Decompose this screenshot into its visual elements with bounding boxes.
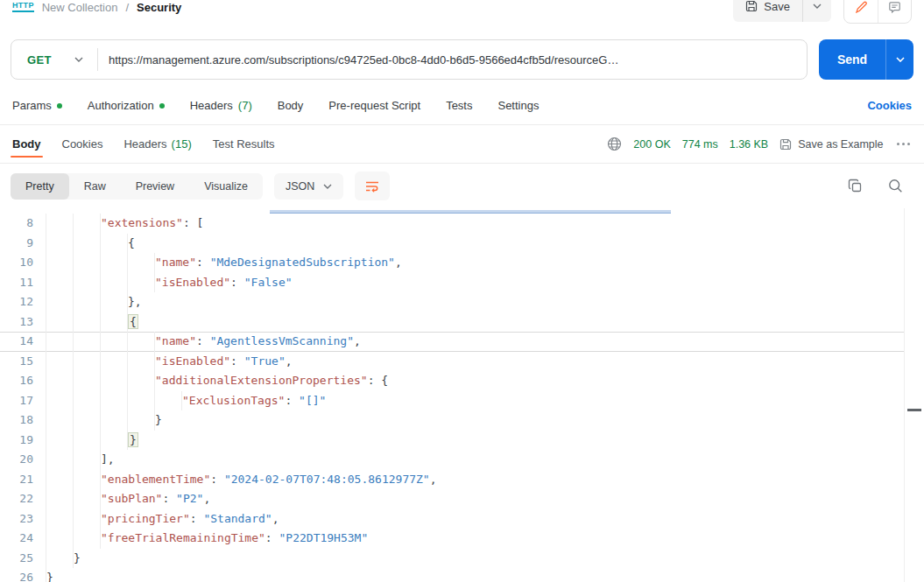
line-number: 8	[0, 214, 46, 234]
indent-guide	[46, 332, 74, 352]
code-line-row: 13{	[0, 312, 904, 333]
send-button[interactable]: Send	[819, 39, 885, 80]
indent-guide	[46, 391, 74, 411]
tab-authorization-label: Authorization	[88, 99, 154, 112]
indent-guide	[101, 292, 128, 312]
language-selector[interactable]: JSON	[274, 173, 343, 200]
response-bar: Body Cookies Headers (15) Test Results 2…	[0, 125, 924, 164]
indent-guide	[128, 391, 155, 411]
indent-guide	[74, 509, 101, 529]
tab-headers[interactable]: Headers (7)	[190, 99, 252, 112]
line-number: 9	[0, 234, 46, 254]
code-line-row: 18}	[0, 410, 904, 431]
line-number: 22	[0, 489, 46, 509]
more-options-button[interactable]	[895, 139, 913, 150]
indent-guide	[101, 431, 128, 451]
indent-guide	[128, 352, 155, 372]
url-box: GET https://management.azure.com/subscri…	[11, 39, 808, 80]
code-line-row: 20],	[0, 450, 904, 470]
indent-guide	[74, 470, 101, 490]
response-tab-cookies[interactable]: Cookies	[62, 125, 103, 163]
code-line-row: 15"isEnabled": "True",	[0, 352, 904, 372]
code-line-row: 26}	[0, 568, 904, 582]
indent-guide	[46, 470, 74, 490]
breadcrumb-request-name[interactable]: Security	[137, 1, 181, 14]
indent-guide	[74, 371, 101, 391]
tab-prerequest-script[interactable]: Pre-request Script	[328, 99, 420, 112]
edit-comment-group	[843, 0, 912, 24]
code-line-row: 25}	[0, 549, 904, 569]
view-preview-button[interactable]: Preview	[121, 173, 189, 200]
response-time[interactable]: 774 ms	[682, 138, 718, 151]
network-globe-icon[interactable]	[607, 137, 622, 151]
edit-request-button[interactable]	[844, 0, 878, 23]
view-mode-segmented-control: Pretty Raw Preview Visualize	[11, 173, 263, 200]
scrollbar-marker[interactable]	[907, 409, 921, 411]
view-raw-button[interactable]: Raw	[69, 173, 121, 200]
breadcrumb-collection[interactable]: New Collection	[42, 1, 118, 14]
send-options-button[interactable]	[885, 39, 913, 80]
indent-guide	[74, 273, 101, 293]
indent-guide	[101, 410, 128, 431]
header-actions: Save	[733, 0, 912, 24]
line-number: 10	[0, 253, 46, 273]
wrap-lines-button[interactable]	[355, 172, 390, 200]
line-number: 21	[0, 470, 46, 490]
indent-guide	[74, 234, 101, 254]
response-tab-headers[interactable]: Headers (15)	[123, 125, 191, 163]
code-line-row: 17"ExclusionTags": "[]"	[0, 391, 904, 411]
line-number: 14	[0, 332, 46, 352]
scrollbar-gutter	[904, 208, 905, 582]
code-lines: 8"extensions": [9{10"name": "MdeDesignat…	[0, 208, 904, 582]
code-line-row: 14"name": "AgentlessVmScanning",	[0, 332, 904, 352]
response-size[interactable]: 1.36 KB	[730, 138, 768, 151]
indent-guide	[74, 489, 101, 509]
tab-settings[interactable]: Settings	[497, 99, 539, 112]
indent-guide	[46, 253, 74, 273]
comment-icon	[888, 1, 901, 14]
comment-button[interactable]	[878, 0, 911, 23]
view-visualize-button[interactable]: Visualize	[189, 173, 263, 200]
indent-guide	[46, 509, 74, 529]
tab-tests[interactable]: Tests	[446, 99, 472, 112]
indent-guide	[46, 371, 74, 391]
indent-guide	[155, 391, 182, 411]
request-url-row: GET https://management.azure.com/subscri…	[11, 39, 913, 80]
indent-guide	[46, 312, 74, 333]
save-options-button[interactable]	[802, 0, 831, 22]
save-as-example-button[interactable]: Save as Example	[779, 138, 883, 151]
code-line-row: 12},	[0, 292, 904, 312]
indent-guide	[46, 214, 74, 234]
code-line-row: 10"name": "MdeDesignatedSubscription",	[0, 253, 904, 273]
request-tabs: Params Authorization Headers (7) Body Pr…	[0, 87, 924, 125]
response-headers-count: (15)	[172, 137, 192, 151]
indent-guide	[101, 253, 128, 273]
response-meta: 200 OK 774 ms 1.36 KB Save as Example	[607, 137, 912, 151]
cookies-link[interactable]: Cookies	[867, 99, 912, 112]
tab-params[interactable]: Params	[12, 99, 62, 112]
chevron-down-icon	[323, 184, 332, 189]
tab-settings-label: Settings	[497, 99, 539, 112]
tab-body[interactable]: Body	[278, 99, 304, 112]
url-input[interactable]: https://management.azure.com/subscriptio…	[98, 53, 807, 67]
save-button[interactable]: Save	[733, 0, 802, 22]
chevron-down-icon	[896, 57, 905, 62]
tab-authorization[interactable]: Authorization	[88, 99, 165, 112]
indent-guide	[74, 529, 101, 549]
line-number: 18	[0, 410, 46, 431]
method-selector[interactable]: GET	[11, 53, 97, 67]
indent-guide	[74, 332, 101, 352]
copy-response-button[interactable]	[848, 179, 863, 193]
view-pretty-button[interactable]: Pretty	[11, 173, 69, 200]
copy-icon	[848, 179, 863, 193]
response-body-viewer[interactable]: 8"extensions": [9{10"name": "MdeDesignat…	[0, 208, 924, 582]
line-number: 20	[0, 450, 46, 470]
search-response-button[interactable]	[888, 179, 903, 193]
status-badge[interactable]: 200 OK	[633, 138, 670, 151]
line-number: 11	[0, 273, 46, 293]
indent-guide	[74, 450, 101, 470]
response-tab-body[interactable]: Body	[12, 125, 41, 163]
request-header: HTTP New Collection / Security Save	[0, 0, 924, 26]
pencil-icon	[855, 1, 868, 14]
response-tab-test-results[interactable]: Test Results	[213, 125, 275, 163]
